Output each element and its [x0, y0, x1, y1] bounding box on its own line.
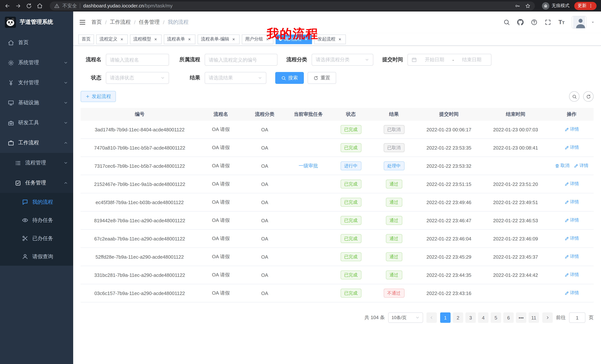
sidebar-item-leave-query[interactable]: 请假查询 [0, 248, 73, 266]
sidebar-item-todo-tasks[interactable]: 待办任务 [0, 211, 73, 229]
process-name-input[interactable] [110, 57, 165, 63]
page-button-11[interactable]: 11 [529, 312, 539, 323]
tab-user-group[interactable]: 用户分组× [242, 34, 273, 44]
page-button-4[interactable]: 4 [478, 312, 489, 323]
close-icon[interactable]: × [265, 37, 270, 42]
back-icon[interactable] [4, 3, 10, 9]
detail-button[interactable]: 详情 [564, 199, 579, 205]
menu-dots-icon[interactable] [588, 3, 593, 8]
detail-button[interactable]: 详情 [574, 163, 588, 169]
reset-button[interactable]: 重置 [308, 72, 336, 84]
sidebar-item-payment[interactable]: 支付管理 [0, 73, 73, 93]
cell-status: 已完成 [330, 125, 371, 134]
detail-button[interactable]: 详情 [564, 290, 579, 296]
prev-page-button[interactable] [426, 312, 437, 323]
category-select[interactable]: 请选择流程分类 [312, 54, 373, 66]
close-icon[interactable]: × [153, 37, 158, 42]
address-bar[interactable]: 不安全 dashboard.yudao.iocoder.cn/bpm/task/… [50, 1, 535, 10]
search-icon [572, 94, 577, 99]
breadcrumb-item-task-mgmt[interactable]: 任务管理 [139, 19, 160, 26]
detail-button[interactable]: 详情 [564, 126, 579, 133]
search-icon[interactable] [503, 19, 510, 26]
date-separator: - [452, 57, 454, 63]
page-ellipsis[interactable]: ••• [516, 312, 526, 323]
result-select[interactable]: 请选流结果 [205, 72, 266, 84]
font-size-icon[interactable]: TT [559, 19, 565, 25]
sidebar-item-label: 工作流程 [18, 140, 63, 146]
close-icon[interactable]: × [231, 37, 236, 42]
tab-my-process[interactable]: 我的流程× [276, 34, 312, 44]
url-host: dashboard.yudao.iocoder.cn [83, 3, 144, 9]
bookmark-star-icon[interactable] [525, 3, 531, 8]
menu-fold-icon[interactable] [79, 19, 86, 26]
cancel-button[interactable]: 取消 [555, 163, 570, 169]
page-button-2[interactable]: 2 [453, 312, 463, 323]
create-process-button[interactable]: 发起流程 [80, 91, 116, 102]
briefcase-icon [8, 140, 14, 146]
page-size-select[interactable]: 10条/页 [388, 312, 423, 323]
next-page-button[interactable] [542, 312, 553, 323]
detail-button[interactable]: 详情 [564, 235, 579, 242]
refresh-table-button[interactable] [583, 91, 594, 102]
sidebar-item-devtools[interactable]: 研发工具 [0, 113, 73, 133]
search-button[interactable]: 搜索 [275, 72, 304, 84]
detail-button[interactable]: 详情 [564, 181, 579, 187]
page-button-6[interactable]: 6 [503, 312, 514, 323]
detail-button[interactable]: 详情 [564, 144, 579, 151]
tab-start-process[interactable]: 发起流程× [314, 34, 346, 44]
tab-process-definition[interactable]: 流程定义× [96, 34, 128, 44]
tab-home[interactable]: 首页 [78, 34, 94, 44]
avatar-caret-icon[interactable] [591, 20, 595, 25]
process-def-input[interactable] [209, 57, 273, 63]
cell-status: 已完成 [330, 180, 371, 189]
close-icon[interactable]: × [119, 37, 124, 42]
reload-icon[interactable] [26, 3, 32, 9]
page-button-3[interactable]: 3 [465, 312, 476, 323]
help-icon[interactable] [531, 19, 538, 26]
table-row: 7317cec6-7b9b-11ec-b5b7-acde48001122OA 请… [80, 157, 594, 175]
page-button-1[interactable]: 1 [440, 312, 451, 323]
sidebar-item-workflow[interactable]: 工作流程 [0, 133, 73, 153]
breadcrumb-item-workflow[interactable]: 工作流程 [110, 19, 131, 26]
date-range-picker[interactable]: 开始日期 - 结束日期 [408, 54, 491, 66]
app-logo[interactable]: 芋道管理系统 [0, 11, 73, 33]
close-icon[interactable]: × [187, 37, 192, 42]
create-process-label: 发起流程 [92, 93, 111, 100]
sidebar-item-infrastructure[interactable]: 基础设施 [0, 93, 73, 113]
status-select[interactable]: 请选择状态 [106, 72, 169, 84]
goto-page-input[interactable] [569, 312, 585, 323]
github-icon[interactable] [517, 19, 524, 26]
breadcrumb-separator: / [163, 19, 165, 25]
status-badge: 已完成 [341, 252, 361, 261]
sidebar-item-done-tasks[interactable]: 已办任务 [0, 229, 73, 248]
sidebar-item-my-process[interactable]: 我的流程 [0, 193, 73, 211]
detail-button[interactable]: 详情 [564, 272, 579, 278]
show-search-button[interactable] [569, 91, 580, 102]
tab-process-form-edit[interactable]: 流程表单-编辑× [198, 34, 240, 44]
close-icon[interactable]: × [303, 37, 309, 42]
tab-label: 流程定义 [100, 36, 117, 42]
sidebar-item-process-mgmt[interactable]: 流程管理 [0, 153, 73, 173]
detail-button[interactable]: 详情 [564, 217, 579, 224]
forward-icon[interactable] [15, 3, 21, 9]
avatar[interactable] [572, 16, 587, 29]
browser-home-icon[interactable] [37, 3, 43, 9]
sidebar-item-label: 已办任务 [32, 235, 68, 242]
update-button[interactable]: 更新 [574, 2, 597, 10]
breadcrumb-item-home[interactable]: 首页 [91, 19, 102, 26]
close-icon[interactable]: × [337, 37, 342, 42]
tab-process-model[interactable]: 流程模型× [130, 34, 161, 44]
warning-icon[interactable] [54, 3, 60, 8]
tab-process-form[interactable]: 流程表单× [164, 34, 195, 44]
sidebar-item-label: 流程管理 [25, 160, 63, 166]
current-task-link[interactable]: 一级审批 [299, 163, 318, 168]
sidebar-item-task-mgmt[interactable]: 任务管理 [0, 173, 73, 193]
sidebar-item-home[interactable]: 首页 [0, 33, 73, 53]
sidebar-item-system[interactable]: 系统管理 [0, 53, 73, 73]
key-icon[interactable] [515, 3, 520, 8]
fullscreen-icon[interactable] [545, 19, 551, 26]
detail-button[interactable]: 详情 [564, 254, 579, 260]
page-button-5[interactable]: 5 [491, 312, 501, 323]
cell-current-task: 一级审批 [286, 163, 330, 169]
column-header: 流程名 [199, 111, 243, 118]
